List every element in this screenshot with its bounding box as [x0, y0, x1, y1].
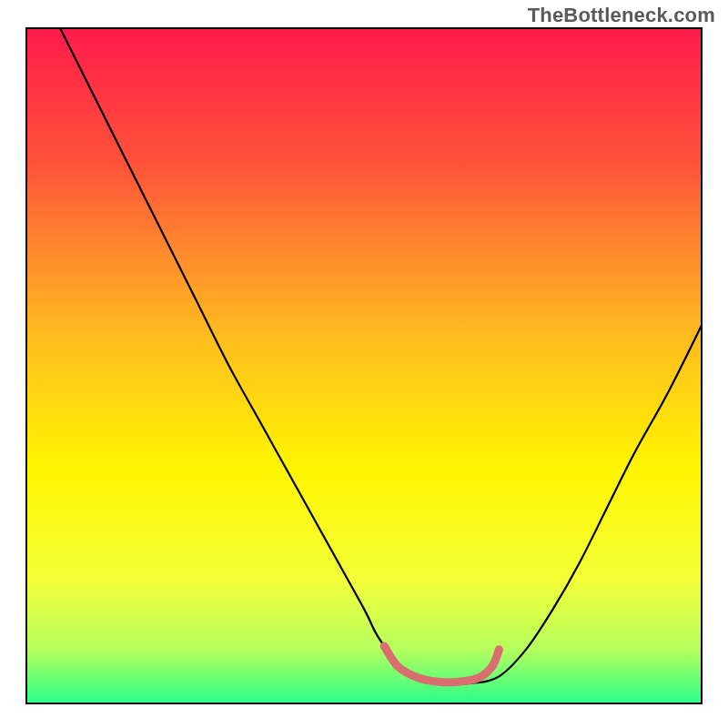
plot-background — [26, 28, 702, 703]
bottleneck-chart — [0, 0, 728, 728]
chart-svg — [0, 0, 728, 728]
watermark-text: TheBottleneck.com — [528, 4, 715, 27]
